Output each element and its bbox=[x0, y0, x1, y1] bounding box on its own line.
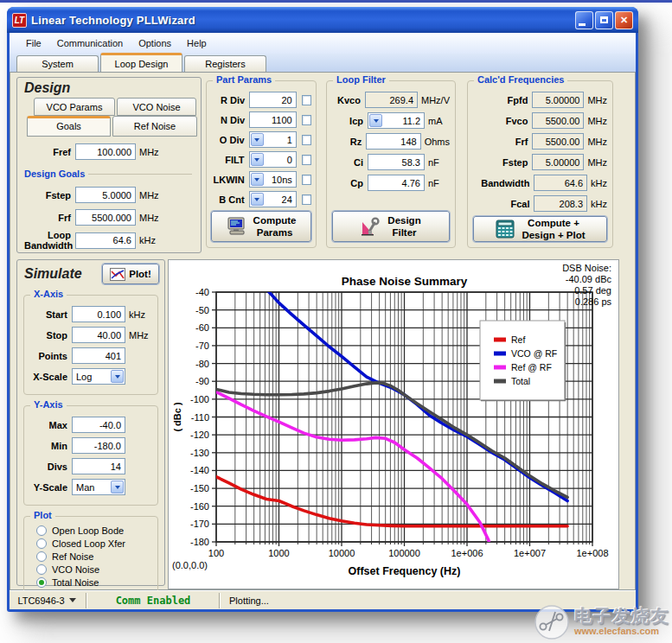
fstep-input[interactable]: 5.0000 bbox=[75, 187, 136, 203]
plot-button[interactable]: Plot! bbox=[102, 264, 159, 284]
radio-icon[interactable] bbox=[36, 577, 47, 588]
tab-goals[interactable]: Goals bbox=[27, 116, 111, 137]
b-cnt-combo[interactable]: 24 bbox=[249, 191, 297, 207]
dropdown-arrow-icon[interactable] bbox=[111, 481, 124, 493]
tab-vco-noise[interactable]: VCO Noise bbox=[117, 98, 196, 116]
minimize-button[interactable] bbox=[575, 11, 593, 29]
plot-icon bbox=[110, 268, 125, 281]
lkwin-checkbox[interactable] bbox=[302, 175, 311, 185]
loop-design-page: Design VCO Params VCO Noise Goals Ref No… bbox=[10, 73, 636, 590]
kvco-row: Kvco 269.4 MHz/V bbox=[332, 92, 450, 108]
frf-calc-field: 5500.00 bbox=[532, 133, 584, 150]
close-button[interactable]: ✕ bbox=[615, 11, 633, 29]
start-label: Start bbox=[24, 309, 67, 320]
radio-icon[interactable] bbox=[36, 538, 47, 549]
radio-icon[interactable] bbox=[36, 551, 47, 562]
loop-bandwidth-label: Loop Bandwidth bbox=[24, 230, 71, 251]
icp-combo[interactable]: 11.2 bbox=[368, 112, 425, 129]
fstep-unit: MHz bbox=[139, 190, 159, 201]
svg-text:-180: -180 bbox=[190, 537, 209, 547]
cp-input[interactable]: 4.76 bbox=[368, 175, 425, 191]
rz-input[interactable]: 148 bbox=[366, 133, 420, 150]
fstep-calc-row: Fstep 5.00000 MHz bbox=[473, 154, 607, 170]
divs-input[interactable]: 14 bbox=[72, 458, 125, 474]
statusbar-divider bbox=[219, 593, 221, 608]
dropdown-arrow-icon[interactable] bbox=[369, 114, 382, 127]
menu-communication[interactable]: Communication bbox=[49, 35, 131, 51]
radio-vco-noise[interactable]: VCO Noise bbox=[36, 564, 154, 575]
dropdown-arrow-icon[interactable] bbox=[111, 370, 124, 383]
fcal-label: Fcal bbox=[473, 199, 529, 209]
loop-bandwidth-input[interactable]: 64.6 bbox=[75, 232, 136, 249]
radio-closed-loop-xfer[interactable]: Closed Loop Xfer bbox=[36, 538, 154, 549]
compute-params-button[interactable]: ComputeParams bbox=[211, 211, 311, 242]
dropdown-arrow-icon[interactable] bbox=[251, 133, 264, 146]
loop-bandwidth-unit: kHz bbox=[139, 235, 156, 245]
dsb-noise-readout: DSB Noise: -40.09 dBc 0.57 deg 0.286 ps bbox=[562, 263, 611, 308]
lkwin-combo[interactable]: 10ns bbox=[249, 171, 297, 188]
ci-input[interactable]: 58.3 bbox=[368, 154, 425, 170]
svg-text:-100: -100 bbox=[190, 394, 209, 404]
page: LT Linear Technology PLLWizard ✕ File Co… bbox=[0, 0, 672, 643]
frf-input[interactable]: 5500.000 bbox=[75, 209, 136, 226]
svg-text:-130: -130 bbox=[190, 448, 209, 458]
dropdown-arrow-icon[interactable] bbox=[251, 153, 264, 166]
part-params-group: Part Params R Div 20 N Div 1100 O Div 1 bbox=[206, 80, 317, 248]
x-scale-combo[interactable]: Log bbox=[72, 368, 125, 385]
radio-icon[interactable] bbox=[36, 525, 47, 536]
fref-input[interactable]: 100.000 bbox=[75, 143, 136, 160]
fvco-row: Fvco 5500.00 MHz bbox=[473, 112, 607, 129]
tab-ref-noise[interactable]: Ref Noise bbox=[112, 116, 197, 137]
min-label: Min bbox=[24, 441, 67, 451]
tab-vco-params[interactable]: VCO Params bbox=[34, 98, 115, 116]
menu-options[interactable]: Options bbox=[131, 35, 179, 51]
radio-icon[interactable] bbox=[36, 564, 47, 575]
maximize-icon bbox=[600, 16, 608, 23]
o-div-combo[interactable]: 1 bbox=[249, 131, 297, 148]
phase-noise-chart-canvas[interactable]: 1001000100001000001e+0061e+0071e+008-40-… bbox=[169, 260, 618, 589]
svg-text:Phase Noise Summary: Phase Noise Summary bbox=[342, 275, 468, 288]
tab-registers[interactable]: Registers bbox=[184, 55, 266, 72]
tab-system[interactable]: System bbox=[16, 55, 99, 72]
maximize-button[interactable] bbox=[595, 11, 613, 29]
rz-row: Rz 148 Ohms bbox=[332, 133, 450, 150]
tab-loop-design[interactable]: Loop Design bbox=[100, 53, 182, 72]
radio-total-noise[interactable]: Total Noise bbox=[36, 577, 154, 588]
max-input[interactable]: -40.0 bbox=[72, 417, 125, 433]
bandwidth-label: Bandwidth bbox=[473, 178, 529, 188]
fstep-label: Fstep bbox=[24, 190, 71, 201]
menu-file[interactable]: File bbox=[18, 35, 49, 51]
design-filter-button[interactable]: DesignFilter bbox=[332, 211, 450, 242]
points-input[interactable]: 401 bbox=[72, 347, 125, 364]
comm-status: Comm Enabled bbox=[89, 595, 217, 607]
elecfans-logo-icon bbox=[533, 602, 571, 640]
stop-unit: MHz bbox=[129, 330, 149, 341]
ci-unit: nF bbox=[428, 157, 439, 168]
b-cnt-checkbox[interactable] bbox=[302, 194, 311, 205]
o-div-checkbox[interactable] bbox=[302, 135, 311, 145]
device-select[interactable]: LTC6946-3 bbox=[10, 595, 84, 606]
r-div-input[interactable]: 20 bbox=[249, 92, 297, 108]
start-input[interactable]: 0.100 bbox=[72, 306, 125, 322]
filt-checkbox[interactable] bbox=[302, 155, 311, 165]
titlebar[interactable]: LT Linear Technology PLLWizard ✕ bbox=[7, 7, 638, 33]
rz-unit: Ohms bbox=[425, 137, 450, 147]
stop-input[interactable]: 40.00 bbox=[72, 327, 125, 343]
r-div-checkbox[interactable] bbox=[302, 95, 311, 105]
svg-text:-120: -120 bbox=[190, 430, 209, 440]
n-div-checkbox[interactable] bbox=[302, 115, 311, 125]
fcal-field: 208.3 bbox=[534, 195, 587, 212]
radio-open-loop-bode[interactable]: Open Loop Bode bbox=[36, 525, 154, 536]
filt-combo[interactable]: 0 bbox=[249, 151, 297, 168]
menu-help[interactable]: Help bbox=[179, 35, 214, 51]
compute-design-plot-button[interactable]: Compute +Design + Plot bbox=[473, 216, 607, 242]
ci-row: Ci 58.3 nF bbox=[332, 154, 450, 170]
min-input[interactable]: -180.0 bbox=[72, 437, 125, 454]
y-axis-group: Y-Axis Max -40.0 Min -180.0 Divs 14 bbox=[23, 405, 158, 506]
filt-label: FILT bbox=[211, 155, 245, 165]
radio-ref-noise[interactable]: Ref Noise bbox=[36, 551, 154, 562]
y-scale-combo[interactable]: Man bbox=[72, 479, 125, 495]
dropdown-arrow-icon[interactable] bbox=[251, 173, 264, 186]
dropdown-arrow-icon[interactable] bbox=[251, 193, 264, 206]
n-div-input[interactable]: 1100 bbox=[249, 111, 297, 128]
